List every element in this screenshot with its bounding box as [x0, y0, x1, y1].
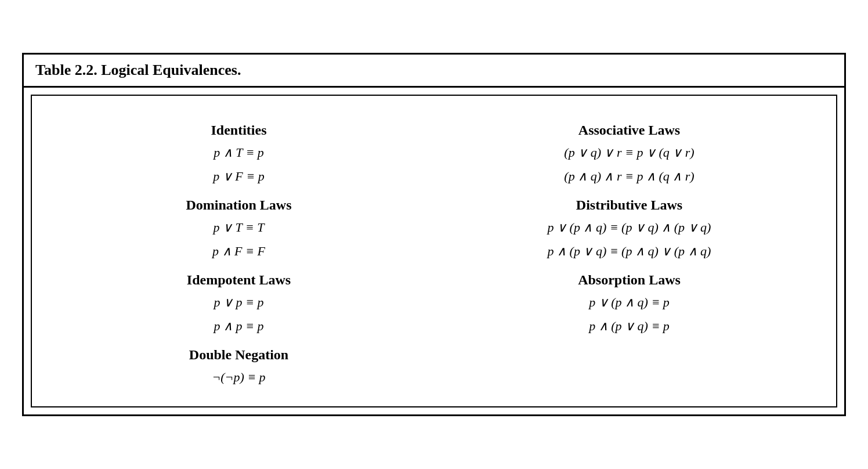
table-container: Table 2.2. Logical Equivalences. Identit…: [22, 53, 846, 416]
idempotent-formula-2: p ∧ p ≡ p: [214, 316, 264, 335]
columns-container: Identities p ∧ T ≡ p p ∨ F ≡ p Dominatio…: [44, 113, 824, 389]
associative-heading: Associative Laws: [578, 122, 680, 138]
identity-formula-1: p ∧ T ≡ p: [214, 143, 264, 162]
associative-formula-1: (p ∨ q) ∨ r ≡ p ∨ (q ∨ r): [564, 143, 694, 162]
table-title: Table 2.2. Logical Equivalences.: [35, 62, 241, 78]
absorption-formula-2: p ∧ (p ∨ q) ≡ p: [589, 316, 670, 335]
identity-formula-2: p ∨ F ≡ p: [213, 167, 264, 186]
table-inner: Identities p ∧ T ≡ p p ∨ F ≡ p Dominatio…: [31, 95, 837, 407]
absorption-heading: Absorption Laws: [578, 272, 681, 288]
domination-formula-2: p ∧ F ≡ F: [212, 241, 265, 261]
table-title-row: Table 2.2. Logical Equivalences.: [24, 55, 844, 88]
double-negation-formula-1: ¬(¬p) ≡ p: [212, 367, 265, 387]
identities-heading: Identities: [211, 122, 267, 138]
left-column: Identities p ∧ T ≡ p p ∨ F ≡ p Dominatio…: [44, 113, 434, 389]
idempotent-heading: Idempotent Laws: [187, 272, 291, 288]
distributive-formula-1: p ∨ (p ∧ q) ≡ (p ∨ q) ∧ (p ∨ q): [548, 218, 711, 237]
right-column: Associative Laws (p ∨ q) ∨ r ≡ p ∨ (q ∨ …: [434, 113, 824, 338]
absorption-formula-1: p ∨ (p ∧ q) ≡ p: [589, 293, 670, 312]
idempotent-formula-1: p ∨ p ≡ p: [214, 293, 264, 312]
distributive-heading: Distributive Laws: [576, 197, 682, 213]
domination-formula-1: p ∨ T ≡ T: [214, 218, 265, 237]
domination-heading: Domination Laws: [186, 197, 291, 213]
double-negation-heading: Double Negation: [189, 347, 288, 363]
associative-formula-2: (p ∧ q) ∧ r ≡ p ∧ (q ∧ r): [564, 167, 694, 186]
distributive-formula-2: p ∧ (p ∨ q) ≡ (p ∧ q) ∨ (p ∧ q): [548, 241, 711, 261]
